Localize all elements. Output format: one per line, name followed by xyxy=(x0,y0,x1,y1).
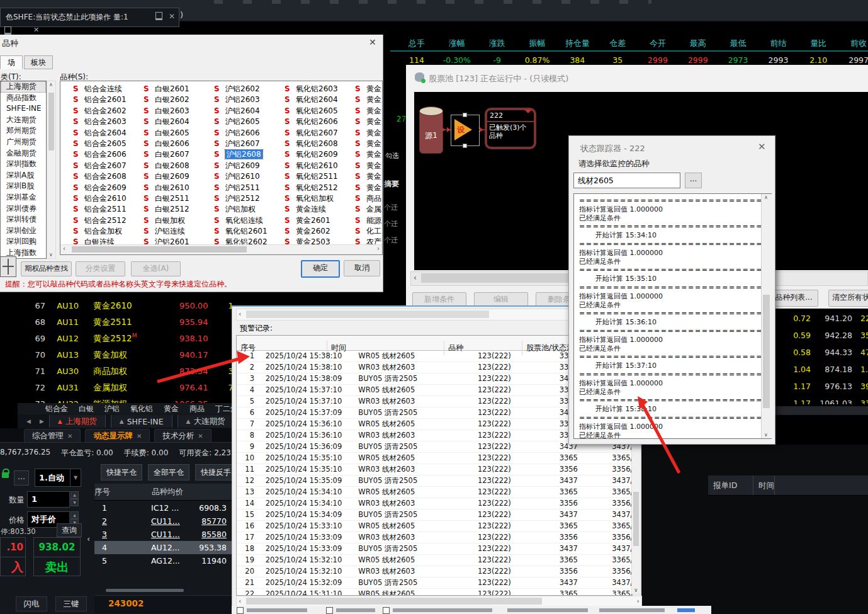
variety-item[interactable]: S黄金2602 xyxy=(285,226,354,237)
variety-item[interactable]: S沪铝2603 xyxy=(214,94,283,105)
variety-item[interactable]: S铝合金2604 xyxy=(73,128,142,139)
alert-table-row[interactable]: 12 2025/10/24 15:35:09 BUY05 沥青2505 123(… xyxy=(237,475,632,487)
scrollbar-thumb[interactable] xyxy=(106,589,184,592)
page-tab[interactable]: 综合管理 ✕ xyxy=(24,429,81,442)
page-tab[interactable]: 技术分析 ✕ xyxy=(154,429,211,442)
resize-handle[interactable] xyxy=(463,113,467,117)
variety-item[interactable]: S白银2610 xyxy=(144,183,213,193)
position-row[interactable]: 2 CU11... 85770 xyxy=(94,515,233,528)
variety-list-button[interactable]: 品种列表... xyxy=(769,290,818,307)
group-tab[interactable]: 黄金 xyxy=(164,404,179,414)
variety-item[interactable]: S白银2511 xyxy=(144,193,213,204)
alert-table-row[interactable]: 11 2025/10/24 15:35:10 WR03 线材2603 123(2… xyxy=(237,464,632,475)
variety-item[interactable]: S黄金 xyxy=(355,117,383,127)
market-tab[interactable]: ▲ 上海期货 xyxy=(49,415,106,428)
variety-item[interactable]: S黄金 xyxy=(355,84,383,94)
close-all-button[interactable]: 全部平仓 xyxy=(148,464,189,480)
scroll-right-icon[interactable]: › xyxy=(637,597,640,605)
variety-item[interactable]: S铝合金2609 xyxy=(73,183,142,193)
watchlist-row[interactable]: 72 AU31 金属加权 976.41 7 xyxy=(18,377,236,393)
variety-item[interactable]: S氧化铝2606 xyxy=(285,117,354,127)
quote-row[interactable]: 1.17 976.13 395 xyxy=(775,378,868,395)
scroll-left-icon[interactable]: ‹ xyxy=(63,245,65,252)
variety-item[interactable]: S铝合金2601 xyxy=(73,94,142,105)
variety-item[interactable]: S氧化铝加权 xyxy=(285,193,354,204)
sell-panel[interactable]: 938.02 卖出 xyxy=(33,537,81,576)
category-item[interactable]: 广州期货 xyxy=(1,137,46,148)
variety-item[interactable]: S沪铝2608 xyxy=(214,149,283,160)
scroll-left-icon[interactable]: ‹ xyxy=(239,597,241,605)
alert-table-row[interactable]: 10 2025/10/24 15:35:10 WR05 线材2605 123(2… xyxy=(237,453,632,464)
variety-item[interactable]: S白银2606 xyxy=(144,139,213,149)
category-item[interactable]: 深圳创业 xyxy=(1,225,46,237)
result-node[interactable]: 222 已触发(3)个品种 xyxy=(485,108,536,149)
scrollbar-thumb[interactable] xyxy=(763,295,770,408)
mode-dropdown[interactable]: 1.自动 ▼ xyxy=(35,469,81,487)
alert-table-row[interactable]: 13 2025/10/24 15:34:10 WR05 线材2605 123(2… xyxy=(237,487,632,498)
quote-row[interactable]: 0.58 944.33 472 xyxy=(775,344,868,361)
group-tab[interactable]: 氧化铝 xyxy=(130,404,153,414)
variety-item[interactable]: S铝合金2606 xyxy=(73,149,142,160)
variety-item[interactable]: S沪铝2511 xyxy=(214,183,283,193)
watchlist-row[interactable]: 69 AU12 黄金2512M 938.10 xyxy=(18,327,236,344)
variety-item[interactable]: S氧化铝连续 xyxy=(214,215,283,226)
tab-close-icon[interactable]: ✕ xyxy=(137,433,142,440)
variety-item[interactable]: S黄金 xyxy=(355,106,383,117)
variety-item[interactable]: S沪铝2602 xyxy=(214,84,283,94)
alert-table-row[interactable]: 21 2025/10/24 15:32:09 BUY05 沥青2505 123(… xyxy=(237,577,632,589)
alert-table-row[interactable]: 22 2025/10/24 15:31:10 WR05 线材2605 123(2… xyxy=(237,589,632,596)
variety-item[interactable]: S白银2608 xyxy=(144,161,213,171)
variety-item[interactable]: S白银2604 xyxy=(144,117,213,127)
scrollbar-thumb[interactable] xyxy=(72,246,247,253)
market-tab[interactable]: ▲ 大连期货 xyxy=(178,415,234,428)
variety-item[interactable]: S氧化铝2511 xyxy=(285,171,354,182)
variety-item[interactable]: S铝合金连续 xyxy=(73,84,142,94)
scroll-down-icon[interactable]: ∨ xyxy=(634,587,638,593)
quantity-stepper[interactable]: ▲▼ xyxy=(70,491,79,508)
variety-item[interactable]: S黄金2601 xyxy=(285,215,354,226)
category-item[interactable]: 深圳基金 xyxy=(1,192,46,203)
watchlist-row[interactable]: 70 AU13 黄金加权 940.17 xyxy=(18,344,236,360)
vertical-scrollbar[interactable]: ∧ ∨ xyxy=(47,81,56,259)
variety-item[interactable]: S铝合金2603 xyxy=(73,117,142,127)
quick-close-button[interactable]: 快捷平仓 xyxy=(101,464,142,480)
category-item[interactable]: 商品指数 xyxy=(1,93,46,104)
scroll-up-icon[interactable]: ∧ xyxy=(49,82,53,88)
symbol-input[interactable]: 线材2605 xyxy=(573,173,680,188)
category-item[interactable]: SHFE-INE xyxy=(1,103,46,115)
variety-item[interactable]: S氧化铝2604 xyxy=(285,94,354,105)
market-tab[interactable]: ▲ SHFE-INE xyxy=(111,415,172,428)
buy-panel[interactable]: .10 入 xyxy=(0,537,26,576)
variety-item[interactable]: S白银2602 xyxy=(144,94,213,105)
watchlist-row[interactable]: 73 AU32 能源加权 1066.25 xyxy=(18,393,236,403)
three-key-tab[interactable]: 三键 xyxy=(55,596,87,611)
variety-item[interactable]: S沪铝2607 xyxy=(214,139,283,149)
browse-button[interactable]: ... xyxy=(685,173,702,188)
category-item[interactable]: 金融期货 xyxy=(1,148,46,159)
category-item[interactable]: 郑州期货 xyxy=(1,125,46,137)
cancel-button[interactable]: 取消 xyxy=(344,260,380,276)
variety-item[interactable]: S铝合金2607 xyxy=(73,161,142,171)
variety-item[interactable]: S黄金连续 xyxy=(285,204,354,215)
variety-item[interactable]: S氧化铝2601 xyxy=(214,226,283,237)
account-tab[interactable]: 243002 xyxy=(94,595,233,613)
group-tab[interactable]: 铝合金 xyxy=(45,404,68,414)
alert-table-row[interactable]: 14 2025/10/24 15:34:10 WR03 线材2603 123(2… xyxy=(237,498,632,509)
variety-item[interactable]: S沪铝连续 xyxy=(144,226,213,237)
tab-scroll-right-icon[interactable]: ▶ xyxy=(40,418,44,424)
variety-item[interactable]: S商品 xyxy=(355,193,383,204)
resize-handle[interactable] xyxy=(463,144,467,148)
variety-item[interactable]: S铝合金2511 xyxy=(73,204,142,215)
variety-item[interactable]: S铝合金加权 xyxy=(73,226,142,237)
more-options-button[interactable]: … xyxy=(14,470,29,486)
scrollbar-thumb[interactable] xyxy=(421,273,571,283)
scroll-left-icon[interactable]: ‹ xyxy=(239,310,241,318)
quote-row[interactable]: 0.59 942.28 350 xyxy=(775,327,868,344)
variety-item[interactable]: S沪铝加权 xyxy=(214,204,283,215)
variety-item[interactable]: S白银2607 xyxy=(144,149,213,160)
variety-item[interactable]: S铝合金2608 xyxy=(73,171,142,182)
clipped-link[interactable] xyxy=(677,608,695,612)
variety-item[interactable]: S沪铝2605 xyxy=(214,117,283,127)
variety-item[interactable]: S沪铝2512 xyxy=(214,193,283,204)
pin-icon[interactable] xyxy=(4,26,11,35)
